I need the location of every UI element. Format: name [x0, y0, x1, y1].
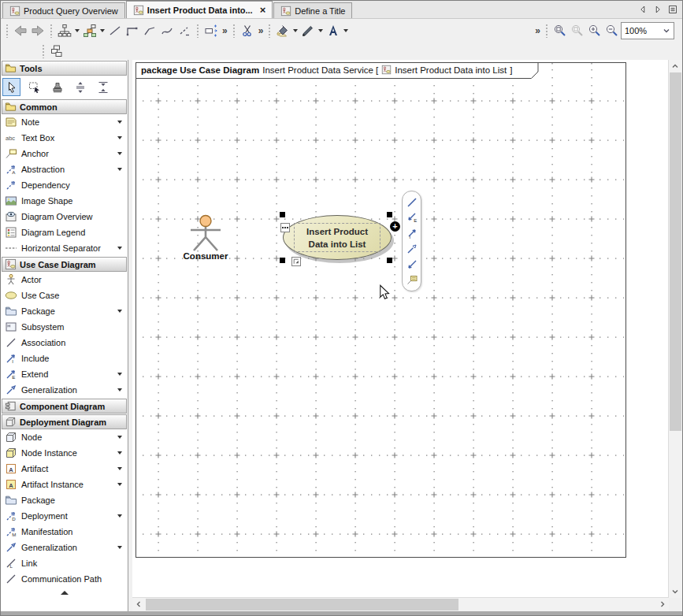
use-case-name-area[interactable]: Insert Product Data into List — [294, 223, 380, 252]
stamp-tool-button[interactable] — [48, 78, 66, 96]
dropdown-caret-icon[interactable] — [117, 136, 122, 139]
directed-association-handle-icon[interactable] — [406, 258, 418, 271]
dropdown-caret-icon[interactable] — [117, 152, 122, 155]
dropdown-caret-icon[interactable] — [293, 29, 298, 32]
layout-tree-button[interactable] — [56, 22, 73, 39]
palette-item-text-box[interactable]: abc Text Box — [1, 130, 128, 146]
note-anchor-handle-icon[interactable] — [406, 273, 418, 286]
selection-handle-bottom-left[interactable] — [280, 258, 285, 263]
palette-item-horizontal-separator[interactable]: Horizontal Separator — [1, 240, 128, 256]
palette-item-generalization[interactable]: Generalization — [1, 382, 128, 398]
palette-item-note[interactable]: Note — [1, 114, 128, 130]
horizontal-scrollbar[interactable] — [132, 597, 669, 611]
dropdown-caret-icon[interactable] — [117, 436, 122, 439]
cascade-related-button[interactable] — [48, 43, 65, 60]
selection-handle-top-left[interactable] — [280, 212, 285, 217]
palette-section-component-diagram[interactable]: Component Diagram — [2, 399, 127, 414]
palette-item-include[interactable]: I Include — [1, 351, 128, 366]
palette-section-common[interactable]: Common — [2, 99, 127, 114]
dropdown-caret-icon[interactable] — [117, 121, 122, 124]
palette-item-use-case[interactable]: Use Case — [1, 288, 128, 303]
palette-item-image-shape[interactable]: Image Shape — [1, 193, 128, 209]
dropdown-caret-icon[interactable] — [75, 29, 80, 32]
dropdown-caret-icon[interactable] — [117, 388, 122, 391]
diagram-canvas[interactable]: package Use Case Diagram Insert Product … — [132, 60, 669, 598]
horizontal-scrollbar-thumb[interactable] — [146, 599, 458, 610]
include-handle-icon[interactable]: I — [406, 227, 418, 239]
dropdown-caret-icon[interactable] — [318, 29, 323, 32]
marquee-tool-button[interactable] — [25, 78, 43, 96]
palette-item-generalization-deployment[interactable]: Generalization — [1, 540, 128, 555]
tab-list-button[interactable] — [666, 3, 679, 16]
selection-handle-bottom-right[interactable] — [387, 258, 392, 263]
palette-item-package-deployment[interactable]: Package — [1, 492, 128, 508]
scroll-right-button[interactable] — [656, 598, 669, 610]
palette-item-anchor[interactable]: Anchor — [1, 146, 128, 161]
dropdown-caret-icon[interactable] — [117, 247, 122, 250]
diagram-frame-header[interactable]: package Use Case Diagram Insert Product … — [135, 62, 539, 79]
line-style-curve-button[interactable] — [158, 22, 176, 39]
palette-item-extend[interactable]: E Extend — [1, 366, 128, 382]
line-style-rectilinear-button[interactable] — [124, 22, 141, 39]
zoom-fit-button[interactable] — [551, 22, 569, 39]
dropdown-caret-icon[interactable] — [117, 546, 122, 549]
vertical-scrollbar-thumb[interactable] — [670, 72, 681, 431]
dropdown-caret-icon[interactable] — [117, 373, 122, 376]
palette-item-deployment[interactable]: D Deployment — [1, 508, 128, 524]
scroll-up-button[interactable] — [669, 60, 681, 72]
dropdown-caret-icon[interactable] — [117, 467, 122, 470]
dropdown-caret-icon[interactable] — [100, 29, 105, 32]
palette-item-artifact[interactable]: A Artifact — [1, 461, 128, 477]
tab-insert-product-data[interactable]: Insert Product Data into... × — [126, 1, 273, 18]
zoom-selection-button[interactable] — [569, 22, 586, 39]
specification-dots-button[interactable] — [280, 223, 290, 232]
palette-item-association[interactable]: Association — [1, 335, 128, 351]
palette-section-use-case-diagram[interactable]: Use Case Diagram — [2, 257, 127, 272]
association-handle-icon[interactable] — [406, 196, 418, 209]
line-color-button[interactable] — [299, 22, 317, 39]
zoom-out-button[interactable] — [603, 22, 621, 39]
autosize-corner-button[interactable] — [291, 257, 301, 266]
dropdown-caret-icon[interactable] — [117, 514, 122, 518]
tab-product-query-overview[interactable]: Product Query Overview — [2, 2, 125, 18]
dropdown-caret-icon[interactable] — [117, 168, 122, 171]
tab-define-a-title[interactable]: Define a Title — [273, 2, 352, 18]
zoom-in-button[interactable] — [586, 22, 603, 39]
palette-item-node-instance[interactable]: Node Instance — [1, 445, 128, 461]
dropdown-caret-icon[interactable] — [117, 483, 122, 486]
scroll-down-button[interactable] — [669, 585, 681, 598]
scroll-tabs-left-button[interactable] — [637, 3, 649, 16]
palette-item-subsystem[interactable]: Subsystem — [1, 319, 128, 335]
selection-handle-top-right[interactable] — [387, 212, 392, 217]
palette-scroll-up-button[interactable] — [1, 587, 128, 599]
compress-vertical-tool-button[interactable] — [94, 78, 112, 96]
fill-color-button[interactable] — [274, 22, 291, 39]
vertical-scrollbar[interactable] — [668, 60, 682, 598]
palette-item-abstraction[interactable]: A Abstraction — [1, 161, 128, 177]
palette-item-diagram-overview[interactable]: Diagram Overview — [1, 209, 128, 225]
palette-section-tools[interactable]: Tools — [2, 61, 127, 76]
palette-item-actor[interactable]: Actor — [1, 272, 128, 288]
dropdown-caret-icon[interactable] — [343, 29, 348, 32]
palette-item-dependency[interactable]: Dependency — [1, 177, 128, 193]
scroll-tabs-right-button[interactable] — [651, 3, 664, 16]
resize-to-fit-button[interactable] — [202, 22, 220, 39]
toolbar-overflow-button[interactable]: » — [533, 25, 542, 36]
palette-item-diagram-legend[interactable]: Diagram Legend — [1, 225, 128, 240]
palette-item-artifact-instance[interactable]: A Artifact Instance — [1, 477, 128, 492]
palette-item-communication-path[interactable]: Communication Path — [1, 571, 128, 587]
actor-label[interactable]: Consumer — [166, 251, 245, 261]
close-tab-icon[interactable]: × — [260, 5, 266, 15]
palette-item-link[interactable]: L Link — [1, 555, 128, 571]
dropdown-caret-icon[interactable] — [117, 310, 122, 313]
palette-item-package[interactable]: Package — [1, 303, 128, 319]
line-style-oblique-button[interactable] — [141, 22, 158, 39]
palette-section-deployment-diagram[interactable]: Deployment Diagram — [2, 414, 127, 429]
palette-item-node[interactable]: Node — [1, 429, 128, 445]
forward-button[interactable] — [29, 22, 46, 39]
scroll-left-button[interactable] — [132, 598, 145, 610]
expand-vertical-tool-button[interactable] — [71, 78, 89, 96]
extend-handle-icon[interactable]: E — [406, 211, 418, 224]
line-style-custom-button[interactable] — [176, 22, 193, 39]
cut-button[interactable] — [239, 22, 256, 39]
